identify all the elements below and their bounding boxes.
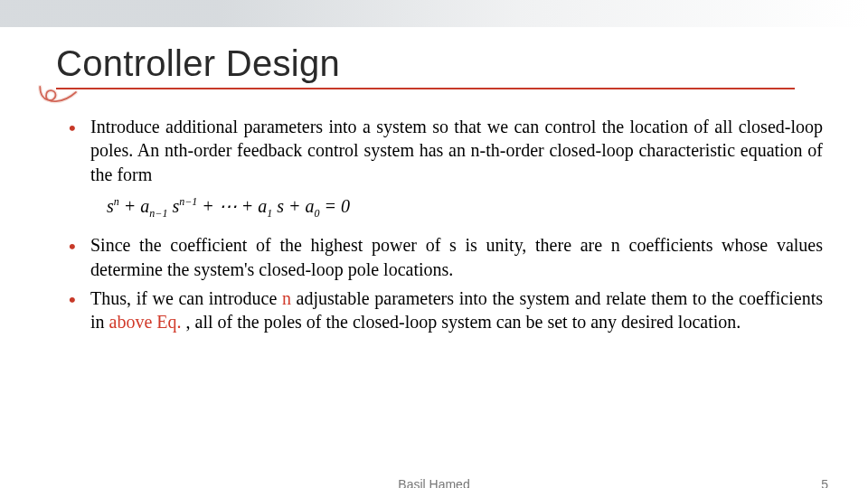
list-item: Since the coefficient of the highest pow…: [63, 233, 823, 281]
page-title: Controller Design: [56, 43, 834, 84]
bullet-text: Since the coefficient of the highest pow…: [90, 235, 823, 278]
footer-page-number: 5: [821, 477, 828, 488]
characteristic-equation: sn + an−1 sn−1 + ⋯ + a1 s + a0 = 0: [107, 195, 834, 221]
bullet-text-highlight: n: [282, 288, 291, 308]
eq-part: + ⋯ + a: [197, 196, 267, 216]
list-item: Introduce additional parameters into a s…: [63, 115, 823, 186]
list-item: Thus, if we can introduce n adjustable p…: [63, 286, 823, 334]
eq-sub: n−1: [149, 207, 167, 220]
bullet-text-highlight: above Eq.: [109, 312, 186, 332]
eq-part: s: [107, 196, 114, 216]
eq-part: s + a: [272, 196, 314, 216]
bullet-list: Introduce additional parameters into a s…: [63, 115, 823, 186]
eq-part: s: [167, 196, 179, 216]
ribbon-curl-icon: [36, 84, 78, 111]
bullet-text: Introduce additional parameters into a s…: [90, 117, 823, 184]
bullet-text-suffix: , all of the poles of the closed-loop sy…: [186, 312, 741, 332]
title-block: Controller Design: [43, 43, 834, 99]
slide-top-bar: [0, 0, 868, 27]
eq-part: = 0: [320, 196, 351, 216]
footer-author: Basil Hamed: [398, 477, 469, 488]
title-underline: [56, 88, 795, 89]
bullet-list-2: Since the coefficient of the highest pow…: [63, 233, 823, 334]
bullet-text-prefix: Thus, if we can introduce: [90, 288, 282, 308]
eq-sup: n−1: [179, 196, 197, 209]
slide-body: Controller Design Introduce additional p…: [0, 27, 868, 334]
eq-part: + a: [119, 196, 150, 216]
